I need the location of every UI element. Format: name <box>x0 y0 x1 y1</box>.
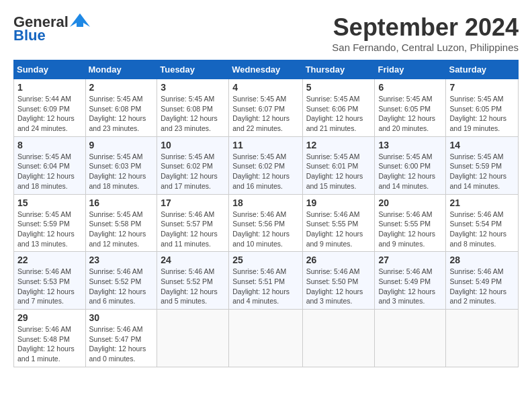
calendar-cell <box>302 310 375 367</box>
day-info: Sunrise: 5:46 AM Sunset: 5:54 PM Dayligh… <box>449 210 515 249</box>
day-info: Sunrise: 5:45 AM Sunset: 6:00 PM Dayligh… <box>378 152 442 191</box>
day-info: Sunrise: 5:45 AM Sunset: 6:02 PM Dayligh… <box>232 152 298 191</box>
weekday-header-sunday: Sunday <box>14 60 86 79</box>
page-header: General Blue September 2024 San Fernando… <box>13 13 519 53</box>
day-number: 30 <box>89 312 154 323</box>
week-row-2: 8Sunrise: 5:45 AM Sunset: 6:04 PM Daylig… <box>14 136 519 194</box>
calendar-cell: 18Sunrise: 5:46 AM Sunset: 5:56 PM Dayli… <box>229 194 302 252</box>
logo: General Blue <box>13 13 90 44</box>
day-info: Sunrise: 5:46 AM Sunset: 5:51 PM Dayligh… <box>232 267 298 306</box>
calendar-cell: 3Sunrise: 5:45 AM Sunset: 6:08 PM Daylig… <box>157 79 229 137</box>
calendar-cell: 26Sunrise: 5:46 AM Sunset: 5:50 PM Dayli… <box>302 252 375 310</box>
day-number: 29 <box>17 312 82 323</box>
day-number: 16 <box>89 197 154 208</box>
day-number: 9 <box>89 140 154 150</box>
day-info: Sunrise: 5:45 AM Sunset: 5:58 PM Dayligh… <box>89 210 154 249</box>
day-number: 27 <box>378 255 442 265</box>
svg-marker-0 <box>70 13 90 27</box>
month-title: September 2024 <box>332 13 519 42</box>
calendar-cell: 15Sunrise: 5:45 AM Sunset: 5:59 PM Dayli… <box>14 194 86 252</box>
day-number: 4 <box>232 82 298 93</box>
day-number: 24 <box>161 255 225 265</box>
day-info: Sunrise: 5:45 AM Sunset: 6:05 PM Dayligh… <box>378 94 442 134</box>
calendar-cell: 1Sunrise: 5:44 AM Sunset: 6:09 PM Daylig… <box>14 79 86 137</box>
calendar-cell <box>229 310 302 367</box>
calendar-cell: 22Sunrise: 5:46 AM Sunset: 5:53 PM Dayli… <box>14 252 86 310</box>
calendar-cell: 2Sunrise: 5:45 AM Sunset: 6:08 PM Daylig… <box>85 79 157 137</box>
day-info: Sunrise: 5:45 AM Sunset: 6:06 PM Dayligh… <box>306 94 371 134</box>
day-info: Sunrise: 5:45 AM Sunset: 6:04 PM Dayligh… <box>17 152 82 191</box>
calendar-cell: 16Sunrise: 5:45 AM Sunset: 5:58 PM Dayli… <box>85 194 157 252</box>
calendar-cell: 20Sunrise: 5:46 AM Sunset: 5:55 PM Dayli… <box>375 194 446 252</box>
calendar-cell: 8Sunrise: 5:45 AM Sunset: 6:04 PM Daylig… <box>14 136 86 194</box>
location-title: San Fernando, Central Luzon, Philippines <box>332 42 519 53</box>
week-row-1: 1Sunrise: 5:44 AM Sunset: 6:09 PM Daylig… <box>14 79 519 137</box>
day-number: 20 <box>378 197 442 208</box>
day-info: Sunrise: 5:45 AM Sunset: 5:59 PM Dayligh… <box>17 210 82 249</box>
weekday-header-friday: Friday <box>375 60 446 79</box>
day-number: 1 <box>17 82 82 93</box>
day-info: Sunrise: 5:45 AM Sunset: 6:08 PM Dayligh… <box>161 94 225 134</box>
day-info: Sunrise: 5:45 AM Sunset: 5:59 PM Dayligh… <box>449 152 515 191</box>
calendar-cell: 30Sunrise: 5:46 AM Sunset: 5:47 PM Dayli… <box>85 310 157 367</box>
weekday-header-thursday: Thursday <box>302 60 375 79</box>
calendar-cell: 10Sunrise: 5:45 AM Sunset: 6:02 PM Dayli… <box>157 136 229 194</box>
day-info: Sunrise: 5:45 AM Sunset: 6:05 PM Dayligh… <box>449 94 515 134</box>
day-info: Sunrise: 5:46 AM Sunset: 5:57 PM Dayligh… <box>161 210 225 249</box>
day-info: Sunrise: 5:46 AM Sunset: 5:49 PM Dayligh… <box>449 267 515 306</box>
weekday-header-monday: Monday <box>85 60 157 79</box>
day-number: 5 <box>306 82 371 93</box>
calendar-cell: 12Sunrise: 5:45 AM Sunset: 6:01 PM Dayli… <box>302 136 375 194</box>
calendar-cell: 28Sunrise: 5:46 AM Sunset: 5:49 PM Dayli… <box>446 252 519 310</box>
calendar-cell: 13Sunrise: 5:45 AM Sunset: 6:00 PM Dayli… <box>375 136 446 194</box>
week-row-3: 15Sunrise: 5:45 AM Sunset: 5:59 PM Dayli… <box>14 194 519 252</box>
calendar-cell: 23Sunrise: 5:46 AM Sunset: 5:52 PM Dayli… <box>85 252 157 310</box>
calendar-cell: 14Sunrise: 5:45 AM Sunset: 5:59 PM Dayli… <box>446 136 519 194</box>
day-number: 7 <box>449 82 515 93</box>
day-info: Sunrise: 5:45 AM Sunset: 6:02 PM Dayligh… <box>161 152 225 191</box>
day-info: Sunrise: 5:45 AM Sunset: 6:08 PM Dayligh… <box>89 94 154 134</box>
day-info: Sunrise: 5:44 AM Sunset: 6:09 PM Dayligh… <box>17 94 82 134</box>
day-info: Sunrise: 5:46 AM Sunset: 5:55 PM Dayligh… <box>378 210 442 249</box>
logo-arrow-icon <box>70 13 90 27</box>
day-info: Sunrise: 5:46 AM Sunset: 5:56 PM Dayligh… <box>232 210 298 249</box>
day-info: Sunrise: 5:45 AM Sunset: 6:01 PM Dayligh… <box>306 152 371 191</box>
weekday-header-tuesday: Tuesday <box>157 60 229 79</box>
day-number: 19 <box>306 197 371 208</box>
day-info: Sunrise: 5:46 AM Sunset: 5:49 PM Dayligh… <box>378 267 442 306</box>
calendar-cell: 4Sunrise: 5:45 AM Sunset: 6:07 PM Daylig… <box>229 79 302 137</box>
day-number: 23 <box>89 255 154 265</box>
day-info: Sunrise: 5:46 AM Sunset: 5:52 PM Dayligh… <box>89 267 154 306</box>
day-number: 14 <box>449 140 515 150</box>
day-number: 2 <box>89 82 154 93</box>
day-number: 10 <box>161 140 225 150</box>
weekday-header-row: SundayMondayTuesdayWednesdayThursdayFrid… <box>14 60 519 79</box>
title-area: September 2024 San Fernando, Central Luz… <box>332 13 519 53</box>
day-info: Sunrise: 5:46 AM Sunset: 5:52 PM Dayligh… <box>161 267 225 306</box>
day-number: 22 <box>17 255 82 265</box>
calendar-cell: 25Sunrise: 5:46 AM Sunset: 5:51 PM Dayli… <box>229 252 302 310</box>
calendar-header: SundayMondayTuesdayWednesdayThursdayFrid… <box>14 60 519 79</box>
calendar-cell: 6Sunrise: 5:45 AM Sunset: 6:05 PM Daylig… <box>375 79 446 137</box>
day-info: Sunrise: 5:46 AM Sunset: 5:53 PM Dayligh… <box>17 267 82 306</box>
day-info: Sunrise: 5:45 AM Sunset: 6:07 PM Dayligh… <box>232 94 298 134</box>
day-number: 17 <box>161 197 225 208</box>
weekday-header-wednesday: Wednesday <box>229 60 302 79</box>
day-number: 8 <box>17 140 82 150</box>
calendar-cell: 5Sunrise: 5:45 AM Sunset: 6:06 PM Daylig… <box>302 79 375 137</box>
day-number: 15 <box>17 197 82 208</box>
week-row-4: 22Sunrise: 5:46 AM Sunset: 5:53 PM Dayli… <box>14 252 519 310</box>
calendar-cell <box>446 310 519 367</box>
week-row-5: 29Sunrise: 5:46 AM Sunset: 5:48 PM Dayli… <box>14 310 519 367</box>
day-number: 6 <box>378 82 442 93</box>
calendar-cell: 24Sunrise: 5:46 AM Sunset: 5:52 PM Dayli… <box>157 252 229 310</box>
logo-text-blue: Blue <box>13 27 46 44</box>
day-info: Sunrise: 5:46 AM Sunset: 5:55 PM Dayligh… <box>306 210 371 249</box>
weekday-header-saturday: Saturday <box>446 60 519 79</box>
day-number: 28 <box>449 255 515 265</box>
calendar-body: 1Sunrise: 5:44 AM Sunset: 6:09 PM Daylig… <box>14 79 519 367</box>
calendar-cell <box>157 310 229 367</box>
day-number: 11 <box>232 140 298 150</box>
calendar-cell: 9Sunrise: 5:45 AM Sunset: 6:03 PM Daylig… <box>85 136 157 194</box>
day-info: Sunrise: 5:46 AM Sunset: 5:47 PM Dayligh… <box>89 324 154 364</box>
